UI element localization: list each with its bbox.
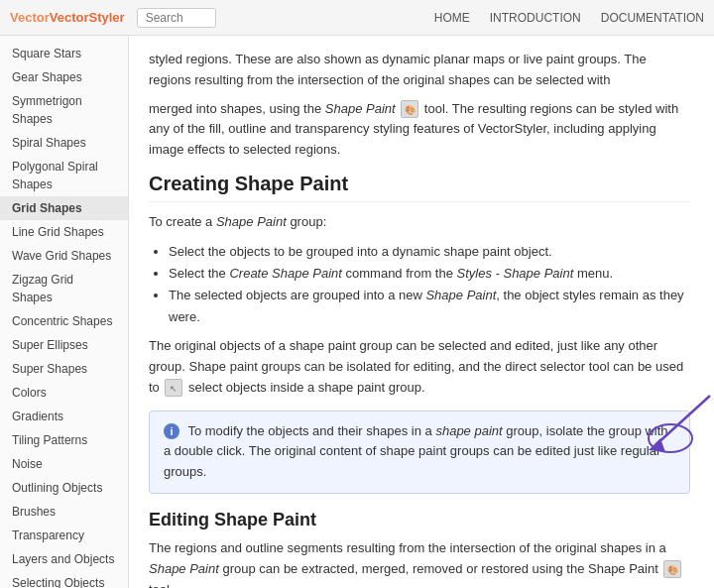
annotation-container: i To modify the objects and their shapes… (149, 411, 690, 494)
sidebar-item-zigzag-grid-shapes[interactable]: Zigzag Grid Shapes (0, 268, 128, 309)
cmd-create-shape-paint: Create Shape Paint (229, 266, 341, 281)
creating-bullets-list: Select the objects to be grouped into a … (149, 241, 690, 328)
editing-para-1: The regions and outline segments resulti… (149, 538, 690, 588)
sidebar-item-transparency[interactable]: Transparency (0, 524, 128, 547)
section-title-creating: Creating Shape Paint (149, 173, 690, 202)
sidebar-item-square-stars[interactable]: Square Stars (0, 42, 128, 65)
creating-intro-para: To create a Shape Paint group: (149, 212, 690, 233)
intro-paragraph-2: merged into shapes, using the Shape Pain… (149, 99, 690, 161)
sidebar-item-noise[interactable]: Noise (0, 452, 128, 476)
sidebar-item-outlining-objects[interactable]: Outlining Objects (0, 476, 128, 500)
content-area: styled regions. These are also shown as … (129, 36, 714, 588)
sidebar-item-symmetrigon-shapes[interactable]: Symmetrigon Shapes (0, 89, 128, 131)
nav-documentation[interactable]: DOCUMENTATION (601, 11, 704, 25)
creating-description-para: The original objects of a shape paint gr… (149, 336, 690, 398)
creating-bullet-2: Select the Create Shape Paint command fr… (169, 263, 690, 285)
sidebar-item-gear-shapes[interactable]: Gear Shapes (0, 65, 128, 89)
sidebar-item-concentric-shapes[interactable]: Concentric Shapes (0, 309, 128, 333)
sidebar-item-super-ellipses[interactable]: Super Ellipses (0, 333, 128, 357)
tool-icon-2: ↖ (165, 379, 182, 397)
top-nav: VectorVectorStyler HOME INTRODUCTION DOC… (0, 0, 714, 36)
tool-icon-1: 🎨 (401, 100, 418, 118)
sidebar-item-line-grid-shapes[interactable]: Line Grid Shapes (0, 220, 128, 244)
sidebar-item-tiling-patterns[interactable]: Tiling Patterns (0, 428, 128, 452)
shape-paint-label-3: Shape Paint (425, 288, 496, 302)
sidebar-item-selecting-objects[interactable]: Selecting Objects (0, 571, 128, 588)
sidebar-item-wave-grid-shapes[interactable]: Wave Grid Shapes (0, 244, 128, 268)
sidebar-item-colors[interactable]: Colors (0, 381, 128, 405)
section-title-editing: Editing Shape Paint (149, 510, 690, 530)
sidebar-item-super-shapes[interactable]: Super Shapes (0, 357, 128, 381)
shape-paint-label-1: Shape Paint (325, 101, 396, 116)
shape-paint-label-2: Shape Paint (216, 214, 287, 229)
shape-paint-label-4: Shape Paint (149, 561, 219, 576)
nav-links: HOME INTRODUCTION DOCUMENTATION (434, 11, 704, 25)
logo: VectorVectorStyler (10, 10, 125, 25)
sidebar-item-polygonal-spiral-shapes[interactable]: Polygonal Spiral Shapes (0, 155, 128, 196)
sidebar: Square Stars Gear Shapes Symmetrigon Sha… (0, 36, 129, 588)
intro-paragraph-1: styled regions. These are also shown as … (149, 50, 690, 91)
menu-styles: Styles - Shape Paint (457, 266, 574, 281)
sidebar-item-layers-and-objects[interactable]: Layers and Objects (0, 547, 128, 571)
nav-home[interactable]: HOME (434, 11, 470, 25)
creating-bullet-3: The selected objects are grouped into a … (169, 285, 690, 328)
search-input[interactable] (137, 8, 216, 28)
nav-introduction[interactable]: INTRODUCTION (490, 11, 581, 25)
sidebar-item-grid-shapes[interactable]: Grid Shapes (0, 196, 128, 220)
sidebar-item-gradients[interactable]: Gradients (0, 405, 128, 428)
info-icon: i (164, 423, 179, 439)
info-box: i To modify the objects and their shapes… (149, 411, 690, 494)
main-layout: Square Stars Gear Shapes Symmetrigon Sha… (0, 36, 714, 588)
tool-icon-3: 🎨 (663, 560, 681, 578)
sidebar-item-brushes[interactable]: Brushes (0, 500, 128, 524)
creating-bullet-1: Select the objects to be grouped into a … (169, 241, 690, 263)
sidebar-item-spiral-shapes[interactable]: Spiral Shapes (0, 131, 128, 155)
shape-paint-label-info: shape paint (435, 423, 502, 438)
